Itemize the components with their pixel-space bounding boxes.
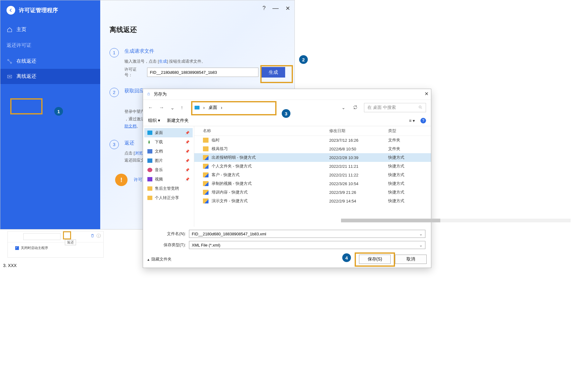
breadcrumb[interactable]: › 桌面 › (189, 103, 258, 112)
sidebar-header: 许可证管理程序 (0, 6, 100, 22)
nav-home[interactable]: 主页 (0, 22, 100, 37)
sidebar: 许可证管理程序 主页 返还许可证 在线返还 离线返还 (0, 0, 100, 229)
desktop-icon (147, 131, 152, 135)
pin-icon: 📌 (185, 177, 190, 181)
search-icon (418, 105, 423, 110)
shortcut-icon (203, 172, 209, 177)
filetype-input[interactable]: XML File (*.xml)⌄ (189, 241, 425, 249)
annotation-1: 1 (54, 107, 63, 116)
chevron-up-icon: ▴ (147, 257, 150, 262)
folder-icon (203, 138, 209, 143)
close-icon[interactable]: ✕ (285, 5, 290, 12)
nav-forward-icon[interactable]: → (159, 105, 164, 110)
chevron-down-icon[interactable]: ⌄ (342, 105, 345, 110)
folder-icon (147, 196, 152, 200)
annotation-3: 3 (282, 109, 290, 118)
list-item[interactable]: 培训内容 - 快捷方式2022/3/9 21:26快捷方式 (194, 188, 431, 197)
new-folder-button[interactable]: 新建文件夹 (167, 118, 189, 123)
save-as-bottom: 文件名(N): FID__2180d680_18838908547_1b83.x… (143, 227, 431, 249)
list-item[interactable]: 演示文件 - 快捷方式2022/2/9 14:54快捷方式 (194, 197, 431, 205)
header-type[interactable]: 类型 (388, 128, 422, 134)
step-1-badge: 1 (110, 48, 119, 57)
save-button[interactable]: 保存(S) (359, 255, 391, 264)
cancel-button[interactable]: 取消 (395, 255, 427, 264)
shortcut-icon (203, 190, 209, 195)
organize-button[interactable]: 组织 ▾ (148, 118, 160, 123)
save-as-footer: ▴ 隐藏文件夹 保存(S) 取消 (143, 252, 431, 267)
page-title: 离线返还 (110, 25, 285, 34)
horizontal-scrollbar[interactable] (341, 219, 571, 222)
list-item[interactable]: 录制的视频 - 快捷方式2022/3/26 10:54快捷方式 (194, 179, 431, 188)
desktop-icon (195, 106, 200, 109)
svg-point-4 (419, 106, 421, 108)
annotation-4: 4 (342, 253, 351, 262)
svg-rect-3 (148, 94, 150, 96)
generate-link[interactable]: 生成 (159, 59, 167, 64)
nav-up-icon[interactable]: ↑ (181, 105, 183, 110)
step-2-badge: 2 (110, 88, 119, 97)
chevron-down-icon[interactable]: ⌄ (419, 232, 423, 236)
list-header: 名称 修改日期 类型 (194, 126, 431, 136)
pin-icon: 📌 (185, 140, 190, 144)
view-mode-button[interactable]: ≡ ▾ (409, 118, 415, 123)
online-return-icon (7, 58, 13, 65)
save-as-title: 另存为 (154, 91, 167, 97)
header-date[interactable]: 修改日期 (329, 128, 388, 134)
tree-videos[interactable]: 视频📌 (144, 175, 193, 184)
list-item[interactable]: 出差报销明细 - 快捷方式2022/2/28 10:39快捷方式 (194, 153, 431, 162)
tree-pictures[interactable]: 图片📌 (144, 156, 193, 165)
list-item[interactable]: 个人文件夹 - 快捷方式2022/2/21 11:21快捷方式 (194, 162, 431, 171)
pin-icon: 📌 (185, 168, 190, 172)
folder-icon (147, 186, 152, 191)
tree-desktop[interactable]: 桌面📌 (144, 128, 193, 137)
help-doc-link[interactable]: 助文档 (124, 124, 137, 128)
minimize-icon[interactable]: — (272, 5, 279, 12)
chevron-down-icon[interactable]: ⌄ (419, 243, 423, 247)
download-icon: ⬇ (147, 140, 152, 144)
nav-back-icon[interactable]: ← (148, 105, 153, 110)
mini-toolbar: ⓘ (8, 231, 103, 243)
license-input[interactable] (147, 68, 258, 77)
list-item[interactable]: 临时2023/7/12 16:26文件夹 (194, 136, 431, 145)
hide-folders-toggle[interactable]: ▴ 隐藏文件夹 (147, 256, 172, 262)
video-icon (147, 177, 152, 181)
nav-online-return[interactable]: 在线返还 (0, 54, 100, 69)
mini-tooltip: 返还 (65, 239, 76, 245)
search-input[interactable]: 在 桌面 中搜索 (364, 103, 426, 112)
mini-checkbox-row: 关闭时启动主程序 (8, 243, 103, 253)
tree-folder-1[interactable]: 售后主管竞聘 (144, 184, 193, 193)
document-icon (147, 149, 152, 154)
info-icon[interactable]: ⓘ (97, 233, 101, 239)
warning-icon: ! (115, 174, 128, 186)
auto-start-checkbox[interactable] (15, 246, 19, 250)
folder-icon (203, 146, 209, 151)
annotation-2: 2 (299, 55, 308, 64)
header-name[interactable]: 名称 (203, 128, 329, 134)
nav-offline-return[interactable]: 离线返还 (0, 69, 100, 84)
list-item[interactable]: 模具练习2022/6/8 10:50文件夹 (194, 145, 431, 153)
tree-music[interactable]: 音乐📌 (144, 165, 193, 175)
nav-home-label: 主页 (16, 26, 26, 33)
browse-link[interactable]: 浏览 (135, 151, 143, 155)
filename-input[interactable]: FID__2180d680_18838908547_1b83.xml⌄ (189, 230, 425, 238)
help-icon[interactable]: ? (263, 5, 266, 11)
tree-downloads[interactable]: ⬇下载📌 (144, 137, 193, 147)
tree-folder-2[interactable]: 个人转正分享 (144, 193, 193, 203)
info-link[interactable]: 许可 (134, 177, 142, 183)
nav-recent-icon[interactable]: ⌄ (170, 105, 174, 111)
pin-icon: 📌 (185, 159, 190, 163)
nav-section-return: 返还许可证 (0, 37, 100, 54)
help-icon[interactable]: ? (420, 118, 426, 123)
list-item[interactable]: 客户 - 快捷方式2022/2/21 11:22快捷方式 (194, 171, 431, 179)
refresh-icon[interactable] (353, 105, 358, 111)
back-icon[interactable] (7, 6, 15, 15)
auto-start-label: 关闭时启动主程序 (21, 246, 48, 250)
tree-documents[interactable]: 文档📌 (144, 147, 193, 156)
generate-button[interactable]: 生成 (262, 67, 285, 78)
step-1-text: 输入激活号，点击 [生成] 按钮生成请求文件。 (124, 58, 285, 65)
shortcut-icon (203, 155, 209, 160)
scrollbar-thumb[interactable] (341, 219, 440, 222)
save-as-close-icon[interactable]: ✕ (424, 91, 429, 97)
license-label: 许可证号： (124, 67, 144, 78)
trash-icon[interactable] (90, 234, 95, 239)
